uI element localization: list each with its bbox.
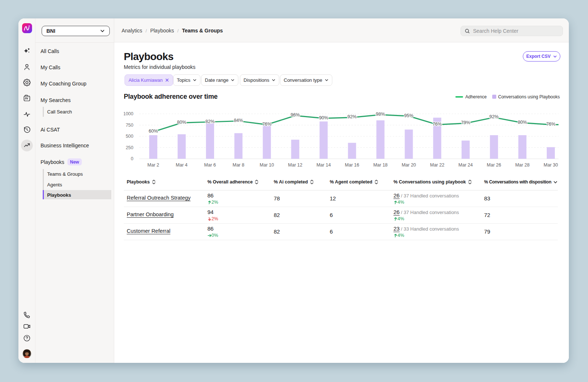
svg-text:90%: 90% xyxy=(319,115,328,120)
svg-text:76%: 76% xyxy=(433,122,442,127)
svg-text:92%: 92% xyxy=(489,114,498,119)
svg-text:Mar 16: Mar 16 xyxy=(345,162,359,168)
svg-text:Mar 10: Mar 10 xyxy=(260,162,274,168)
svg-text:Mar 20: Mar 20 xyxy=(402,162,416,168)
svg-text:84%: 84% xyxy=(234,118,243,123)
svg-text:Mar 28: Mar 28 xyxy=(515,162,529,168)
svg-text:Mar 4: Mar 4 xyxy=(176,162,188,168)
svg-text:500: 500 xyxy=(126,134,133,139)
svg-text:76%: 76% xyxy=(262,122,272,127)
svg-text:92%: 92% xyxy=(347,114,357,119)
svg-text:Mar 30: Mar 30 xyxy=(544,162,558,168)
svg-text:60%: 60% xyxy=(148,129,158,134)
svg-text:82%: 82% xyxy=(206,119,215,124)
svg-text:96%: 96% xyxy=(291,112,300,118)
svg-text:80%: 80% xyxy=(518,120,527,125)
svg-text:Mar 14: Mar 14 xyxy=(316,162,331,168)
svg-text:Mar 2: Mar 2 xyxy=(147,162,159,168)
svg-text:0: 0 xyxy=(131,156,133,161)
svg-text:Mar 24: Mar 24 xyxy=(458,162,473,168)
svg-text:76%: 76% xyxy=(546,122,555,127)
svg-text:Mar 18: Mar 18 xyxy=(373,162,388,168)
svg-text:80%: 80% xyxy=(177,120,186,125)
svg-text:Mar 26: Mar 26 xyxy=(487,162,501,168)
svg-text:Mar 8: Mar 8 xyxy=(232,162,244,168)
svg-text:Mar 22: Mar 22 xyxy=(430,162,444,168)
svg-text:250: 250 xyxy=(126,145,133,150)
svg-text:Mar 6: Mar 6 xyxy=(204,162,216,168)
svg-text:95%: 95% xyxy=(404,113,413,118)
svg-text:1000: 1000 xyxy=(124,111,133,116)
svg-text:98%: 98% xyxy=(376,112,385,117)
svg-text:Mar 12: Mar 12 xyxy=(288,162,302,168)
svg-text:79%: 79% xyxy=(461,120,470,125)
svg-text:750: 750 xyxy=(126,123,133,128)
